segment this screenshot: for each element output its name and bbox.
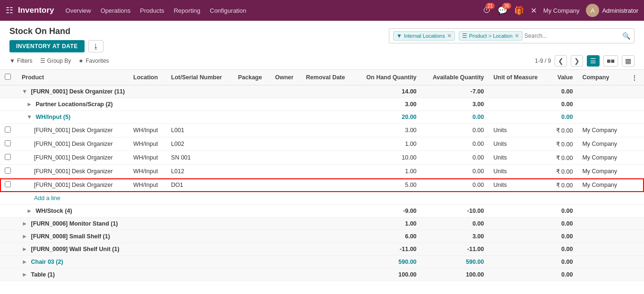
menu-reporting[interactable]: Reporting xyxy=(174,7,200,14)
search-input[interactable] xyxy=(524,33,620,39)
group-row[interactable]: ► [FURN_0006] Monitor Stand (1) 1.00 0.0… xyxy=(0,218,644,230)
menu-overview[interactable]: Overview xyxy=(66,7,91,14)
col-owner[interactable]: Owner xyxy=(270,70,301,85)
add-line-row[interactable]: Add a line xyxy=(0,192,644,205)
col-value[interactable]: Value xyxy=(548,70,577,85)
expand-icon[interactable]: ▼ xyxy=(22,88,27,95)
table-body: ▼ [FURN_0001] Desk Organizer (11) 14.00 … xyxy=(0,85,644,281)
search-icon[interactable]: 🔍 xyxy=(622,32,630,40)
inventory-at-date-button[interactable]: INVENTORY AT DATE xyxy=(9,40,85,52)
group-title: Chair 03 (2) xyxy=(31,259,63,265)
group-name[interactable]: ► [FURN_0009] Wall Shelf Unit (1) xyxy=(17,243,355,256)
row-owner xyxy=(270,165,301,178)
expand-icon[interactable]: ► xyxy=(22,246,27,252)
row-product[interactable]: [FURN_0001] Desk Organizer xyxy=(17,137,129,151)
select-all-checkbox-header[interactable] xyxy=(0,70,17,85)
col-package[interactable]: Package xyxy=(233,70,270,85)
subgroup-name[interactable]: ▼ WH/Input (5) xyxy=(17,111,355,124)
kanban-view-button[interactable]: ■■ xyxy=(603,55,618,67)
group-value: 0.00 xyxy=(548,218,577,230)
group-row[interactable]: ► [FURN_0008] Small Shelf (1) 6.00 3.00 … xyxy=(0,230,644,243)
subgroup-expand-icon[interactable]: ► xyxy=(26,101,32,108)
user-menu[interactable]: A Administrator xyxy=(586,4,638,17)
group-title: Table (1) xyxy=(31,271,54,278)
list-view-button[interactable]: ☰ xyxy=(587,55,600,67)
row-checkbox-cell[interactable] xyxy=(0,178,17,192)
messages-badge[interactable]: 💬 36 xyxy=(498,6,507,16)
activity-badge[interactable]: ⏱ 21 xyxy=(483,6,491,15)
group-row[interactable]: ▼ [FURN_0001] Desk Organizer (11) 14.00 … xyxy=(0,85,644,98)
chart-view-button[interactable]: ▩ xyxy=(622,55,635,67)
company-name[interactable]: My Company xyxy=(543,7,580,14)
menu-configuration[interactable]: Configuration xyxy=(210,7,246,14)
add-line-button[interactable]: Add a line xyxy=(17,192,644,205)
col-uom[interactable]: Unit of Measure xyxy=(489,70,548,85)
expand-icon[interactable]: ► xyxy=(22,271,27,278)
filter-product-location-close[interactable]: ✕ xyxy=(515,33,519,39)
expand-icon[interactable]: ► xyxy=(22,220,27,227)
col-product[interactable]: Product xyxy=(17,70,129,85)
col-on-hand[interactable]: On Hand Quantity xyxy=(355,70,421,85)
gift-icon[interactable]: 🎁 xyxy=(514,6,524,16)
row-product[interactable]: [FURN_0001] Desk Organizer xyxy=(17,165,129,178)
row-product[interactable]: [FURN_0001] Desk Organizer xyxy=(17,178,129,192)
filter-product-location-label: Product > Location xyxy=(469,33,513,39)
group-row[interactable]: ► [FURN_0009] Wall Shelf Unit (1) -11.00… xyxy=(0,243,644,256)
row-checkbox-cell[interactable] xyxy=(0,151,17,165)
group-row[interactable]: ► Chair 03 (2) 590.00 590.00 0.00 xyxy=(0,256,644,269)
row-lot: L002 xyxy=(166,137,233,151)
table-row[interactable]: [FURN_0001] Desk Organizer WH/Input L001… xyxy=(0,124,644,137)
group-checkbox-cell xyxy=(0,243,17,256)
row-available: 0.00 xyxy=(421,137,489,151)
filter-internal-locations-tag[interactable]: ▼ Internal Locations ✕ xyxy=(393,31,455,41)
group-name[interactable]: ► Chair 03 (2) xyxy=(17,256,355,269)
group-name[interactable]: ► [FURN_0006] Monitor Stand (1) xyxy=(17,218,355,230)
table-row[interactable]: [FURN_0001] Desk Organizer WH/Input DO1 … xyxy=(0,178,644,192)
row-checkbox-cell[interactable] xyxy=(0,124,17,137)
expand-icon[interactable]: ► xyxy=(22,233,27,240)
filter-product-location-tag[interactable]: ☰ Product > Location ✕ xyxy=(459,31,523,41)
subgroup-row[interactable]: ▼ WH/Input (5) 20.00 0.00 0.00 xyxy=(0,111,644,124)
group-available: 100.00 xyxy=(421,269,489,281)
subgroup-expand-icon[interactable]: ► xyxy=(26,208,32,214)
group-value: 0.00 xyxy=(548,269,577,281)
subgroup-row[interactable]: ► Partner Locations/Scrap (2) 3.00 3.00 … xyxy=(0,98,644,111)
row-product[interactable]: [FURN_0001] Desk Organizer xyxy=(17,124,129,137)
group-on-hand: 100.00 xyxy=(355,269,421,281)
col-lot-serial[interactable]: Lot/Serial Number xyxy=(166,70,233,85)
row-checkbox-cell[interactable] xyxy=(0,165,17,178)
subgroup-name[interactable]: ► WH/Stock (4) xyxy=(17,205,355,218)
expand-icon[interactable]: ► xyxy=(22,259,27,265)
close-icon[interactable]: ✕ xyxy=(531,6,537,15)
grid-icon[interactable]: ☷ xyxy=(6,5,13,16)
subgroup-name[interactable]: ► Partner Locations/Scrap (2) xyxy=(17,98,355,111)
table-row[interactable]: [FURN_0001] Desk Organizer WH/Input SN 0… xyxy=(0,151,644,165)
group-name[interactable]: ▼ [FURN_0001] Desk Organizer (11) xyxy=(17,85,355,98)
row-product[interactable]: [FURN_0001] Desk Organizer xyxy=(17,151,129,165)
group-row[interactable]: ► Table (1) 100.00 100.00 0.00 xyxy=(0,269,644,281)
row-owner xyxy=(270,137,301,151)
col-location[interactable]: Location xyxy=(129,70,166,85)
next-page-button[interactable]: ❯ xyxy=(571,55,583,67)
col-available[interactable]: Available Quantity xyxy=(421,70,489,85)
col-options[interactable]: ⋮ xyxy=(627,70,644,85)
download-button[interactable]: ⭳ xyxy=(88,40,103,52)
group-name[interactable]: ► Table (1) xyxy=(17,269,355,281)
group-options xyxy=(627,269,644,281)
row-checkbox-cell[interactable] xyxy=(0,137,17,151)
filter-right: 1-9 / 9 ❮ ❯ ☰ ■■ ▩ xyxy=(535,55,635,67)
group-name[interactable]: ► [FURN_0008] Small Shelf (1) xyxy=(17,230,355,243)
groupby-button[interactable]: ☰ Group By xyxy=(40,58,71,64)
table-row[interactable]: [FURN_0001] Desk Organizer WH/Input L002… xyxy=(0,137,644,151)
table-row[interactable]: [FURN_0001] Desk Organizer WH/Input L012… xyxy=(0,165,644,178)
col-company[interactable]: Company xyxy=(577,70,627,85)
subgroup-row[interactable]: ► WH/Stock (4) -9.00 -10.00 0.00 xyxy=(0,205,644,218)
menu-products[interactable]: Products xyxy=(140,7,164,14)
favorites-button[interactable]: ★ Favorites xyxy=(78,58,109,64)
col-removal-date[interactable]: Removal Date xyxy=(301,70,355,85)
prev-page-button[interactable]: ❮ xyxy=(555,55,567,67)
filters-button[interactable]: ▼ Filters xyxy=(9,58,33,64)
filter-internal-locations-close[interactable]: ✕ xyxy=(447,33,452,39)
subgroup-expand-icon[interactable]: ▼ xyxy=(26,114,32,120)
menu-operations[interactable]: Operations xyxy=(101,7,131,14)
